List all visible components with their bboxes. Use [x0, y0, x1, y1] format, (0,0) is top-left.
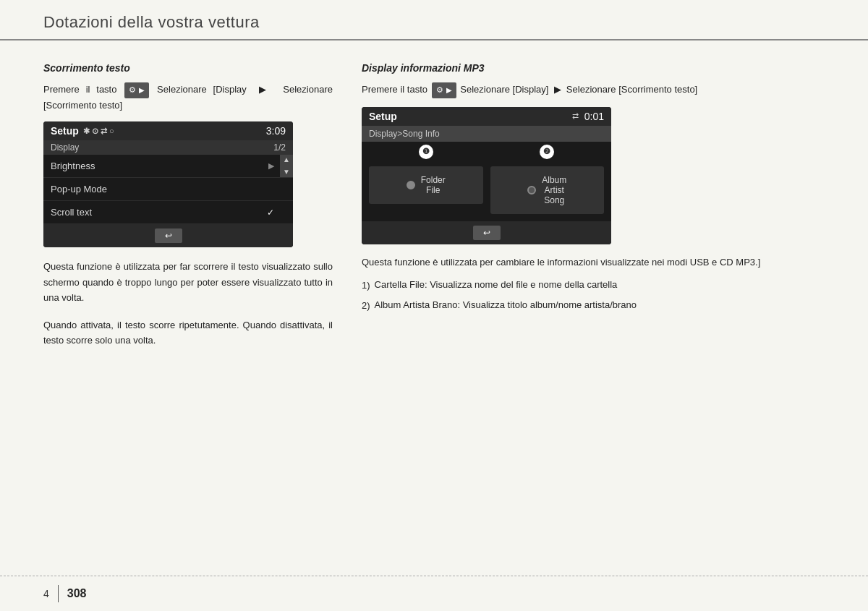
back-button-left[interactable]: ↩ — [155, 228, 182, 243]
song-info-options: Folder File Album Artist Song — [362, 159, 611, 221]
menu-item-brightness[interactable]: Brightness ▶ ▲ ▼ — [43, 155, 293, 178]
setup-subheader-left: Display 1/2 — [43, 140, 293, 155]
left-column: Scorrimento testo Premere il tasto ⚙ ▶ S… — [43, 62, 333, 349]
gear-icon-left: ⚙ — [129, 84, 136, 97]
setup-screen-left: Setup ✱ ⊙ ⇄ ○ 3:09 Display 1/2 Brightnes… — [43, 121, 293, 247]
check-icon: ✓ — [267, 208, 274, 218]
setup-time-left: 3:09 — [266, 125, 286, 137]
setup-icons-left: ✱ ⊙ ⇄ ○ — [83, 127, 114, 136]
setup-label-right: Setup — [369, 111, 397, 122]
list-text-1: Cartella File: Visualizza nome del file … — [375, 277, 618, 292]
option1-num: ❶ — [369, 145, 483, 159]
radio-album — [527, 186, 536, 195]
back-button-right[interactable]: ↩ — [473, 226, 501, 240]
setup-menu-left: Brightness ▶ ▲ ▼ Pop-up Mode Scroll text — [43, 155, 293, 224]
folder-file-labels: Folder File — [421, 175, 446, 195]
popup-label: Pop-up Mode — [51, 184, 107, 195]
setup-icon-right: ⇄ — [572, 111, 579, 121]
scrollbar-left[interactable]: ▲ ▼ — [280, 155, 293, 177]
artist-label: Artist — [542, 185, 566, 195]
setup-label-left: Setup — [51, 125, 79, 137]
album-artist-box[interactable]: Album Artist Song — [490, 166, 605, 214]
page-header: Dotazioni della vostra vettura — [0, 0, 868, 40]
arrow-icon-left: ▶ — [139, 85, 145, 96]
scroll-up-icon[interactable]: ▲ — [283, 156, 290, 163]
folder-label: Folder — [421, 175, 446, 185]
option2-num: ❷ — [490, 145, 605, 159]
album-labels: Album Artist Song — [542, 175, 566, 205]
folder-file-box[interactable]: Folder File — [369, 166, 483, 204]
option-numbers-row: ❶ ❷ — [362, 142, 611, 159]
brightness-arrow: ▶ — [268, 161, 274, 171]
list-item-2: 2) Album Artista Brano: Visualizza titol… — [362, 297, 825, 313]
menu-item-popup[interactable]: Pop-up Mode — [43, 178, 293, 201]
file-label: File — [421, 185, 446, 195]
setup-header-left: Setup ✱ ⊙ ⇄ ○ 3:09 — [43, 121, 293, 140]
folder-file-option[interactable]: Folder File — [369, 166, 483, 214]
left-section-title: Scorrimento testo — [43, 62, 333, 74]
song-label: Song — [542, 195, 566, 205]
instr-selezionare-right: Selezionare [Display] ▶ Selezionare [Sco… — [460, 84, 697, 95]
list-num-1: 1) — [362, 277, 370, 293]
setup-title-right: Setup — [369, 111, 397, 122]
list-text-2: Album Artista Brano: Visualizza titolo a… — [375, 297, 637, 312]
radio-folder — [407, 181, 415, 189]
right-body: Questa funzione è utilizzata per cambiar… — [362, 255, 825, 270]
left-body2: Quando attivata, il testo scorre ripetut… — [43, 317, 333, 349]
page: Dotazioni della vostra vettura Scorrimen… — [0, 0, 868, 611]
setup-screen-right: Setup ⇄ 0:01 Display>Song Info ❶ — [362, 107, 611, 244]
left-instruction: Premere il tasto ⚙ ▶ Selezionare [Displa… — [43, 82, 333, 113]
gear-icon-right: ⚙ — [436, 84, 443, 97]
menu-item-scroll[interactable]: Scroll text ✓ — [43, 201, 293, 224]
song-subheader-label: Display>Song Info — [369, 129, 440, 139]
instr-premere-right: Premere il tasto — [362, 84, 427, 95]
num1-circle: ❶ — [419, 145, 433, 159]
instr-premere: Premere il tasto — [43, 84, 116, 95]
page-footer: 4 308 — [0, 576, 868, 611]
scroll-label: Scroll text — [51, 207, 92, 218]
arrow-icon-right: ▶ — [446, 85, 452, 96]
list-item-1: 1) Cartella File: Visualizza nome del fi… — [362, 277, 825, 293]
footer-page-num: 4 — [43, 588, 49, 599]
subheader-page-left: 1/2 — [273, 142, 286, 153]
gear-button-right: ⚙ ▶ — [432, 82, 456, 98]
back-icon-right: ↩ — [483, 228, 490, 238]
right-section-title: Display informazioni MP3 — [362, 62, 825, 74]
setup-title-left: Setup ✱ ⊙ ⇄ ○ — [51, 125, 114, 137]
list-num-2: 2) — [362, 297, 370, 313]
footer-doc-num: 308 — [67, 587, 87, 600]
scroll-down-icon[interactable]: ▼ — [283, 168, 290, 176]
back-icon-left: ↩ — [165, 231, 172, 241]
right-instruction: Premere il tasto ⚙ ▶ Selezionare [Displa… — [362, 82, 825, 98]
main-content: Scorrimento testo Premere il tasto ⚙ ▶ S… — [0, 40, 868, 363]
setup-header-right-side: ⇄ 0:01 — [572, 111, 604, 122]
album-label: Album — [542, 175, 566, 185]
setup-time-right: 0:01 — [584, 111, 604, 122]
right-column: Display informazioni MP3 Premere il tast… — [362, 62, 825, 349]
right-numbered-list: 1) Cartella File: Visualizza nome del fi… — [362, 277, 825, 314]
num2-circle: ❷ — [540, 145, 554, 159]
footer-divider — [58, 585, 59, 602]
setup-header-right: Setup ⇄ 0:01 — [362, 107, 611, 126]
brightness-label: Brightness — [51, 161, 95, 171]
album-artist-option[interactable]: Album Artist Song — [490, 166, 605, 214]
setup-footer-right: ↩ — [362, 221, 611, 244]
subheader-label-left: Display — [51, 142, 79, 153]
song-info-subheader: Display>Song Info — [362, 126, 611, 142]
page-title: Dotazioni della vostra vettura — [43, 13, 260, 31]
left-body1: Questa funzione è utilizzata per far sco… — [43, 259, 333, 305]
gear-button-left: ⚙ ▶ — [124, 82, 149, 98]
setup-footer-left: ↩ — [43, 224, 293, 247]
